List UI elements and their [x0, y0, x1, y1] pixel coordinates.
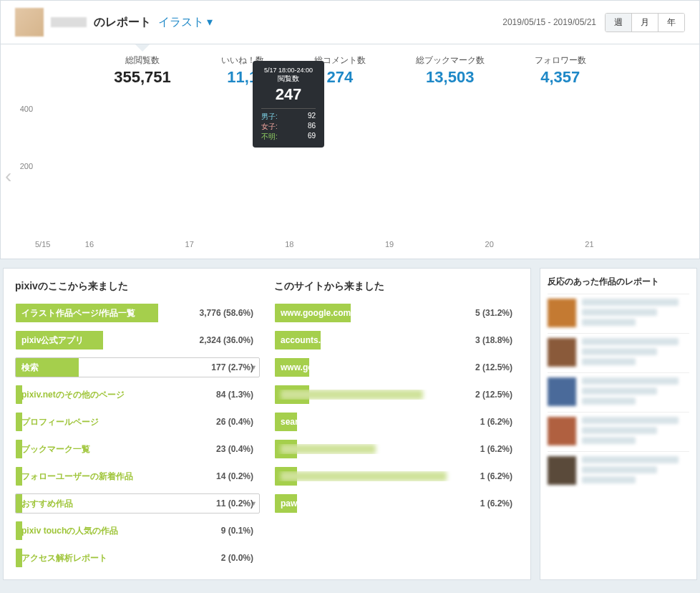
username-blur — [51, 17, 87, 27]
stat-bookmarks[interactable]: 総ブックマーク数 13,503 — [416, 54, 485, 87]
stat-value: 355,751 — [114, 68, 171, 87]
external-sources-title: このサイトから来ました — [274, 280, 519, 293]
source-row[interactable]: アクセス解析レポート2 (0.0%) — [15, 548, 260, 568]
stat-value: 4,357 — [535, 68, 586, 87]
work-thumb — [548, 417, 576, 445]
tooltip-female-val: 86 — [308, 122, 316, 132]
report-title: のレポート — [94, 15, 151, 30]
works-sidebar: 反応のあった作品のレポート — [540, 268, 697, 580]
source-row[interactable]: ブックマーク一覧23 (0.4%) — [15, 439, 260, 459]
work-item[interactable] — [548, 372, 689, 412]
tooltip-metric: 閲覧数 — [261, 74, 316, 84]
source-row[interactable]: www.google.co.jp2 (12.5%) — [274, 357, 519, 377]
external-sources-col: このサイトから来ました www.google.com5 (31.2%)accou… — [274, 280, 519, 568]
source-row[interactable]: 検索177 (2.7%)▼ — [15, 357, 260, 377]
source-row[interactable]: pixiv公式アプリ2,324 (36.0%) — [15, 330, 260, 350]
category-label: イラスト — [158, 16, 204, 28]
period-week[interactable]: 週 — [606, 14, 631, 32]
source-count: 11 (0.2%) — [216, 498, 253, 508]
x-tick: 5/15 — [35, 240, 85, 249]
top-bar: のレポート イラスト ▾ 2019/05/15 - 2019/05/21 週 月… — [1, 1, 699, 44]
work-thumb — [548, 456, 576, 485]
source-count: 1 (6.2%) — [480, 498, 512, 508]
top-right: 2019/05/15 - 2019/05/21 週 月 年 — [502, 13, 685, 32]
y-tick-400: 400 — [20, 105, 33, 113]
tooltip-unknown-val: 69 — [308, 132, 316, 142]
source-row[interactable]: 1 (6.2%) — [274, 439, 519, 459]
x-tick: 16 — [85, 240, 185, 249]
source-count: 5 (31.2%) — [475, 308, 512, 318]
work-item[interactable] — [548, 412, 689, 451]
source-count: 2,324 (36.0%) — [200, 335, 253, 345]
x-tick: 21 — [585, 240, 685, 249]
source-row[interactable]: www.google.com5 (31.2%) — [274, 303, 519, 323]
source-count: 2 (12.5%) — [475, 390, 512, 400]
period-tabs: 週 月 年 — [605, 13, 685, 32]
tooltip-time: 5/17 18:00-24:00 — [261, 67, 316, 74]
work-item[interactable] — [548, 333, 689, 372]
bottom-row: pixivのここから来ました イラスト作品ページ/作品一覧3,776 (58.6… — [0, 268, 700, 580]
source-count: 84 (1.3%) — [216, 390, 253, 400]
tooltip-male-val: 92 — [308, 112, 316, 122]
category-dropdown[interactable]: イラスト ▾ — [158, 15, 213, 30]
source-row[interactable]: pixiv.netのその他のページ84 (1.3%) — [15, 385, 260, 405]
y-tick-200: 200 — [20, 162, 33, 170]
source-row[interactable]: イラスト作品ページ/作品一覧3,776 (58.6%) — [15, 303, 260, 323]
source-row[interactable]: 1 (6.2%) — [274, 466, 519, 486]
source-count: 1 (6.2%) — [480, 417, 512, 427]
source-count: 177 (2.7%) — [211, 362, 253, 372]
y-axis: 400 200 — [11, 94, 33, 233]
source-row[interactable]: pawoo.net1 (6.2%) — [274, 493, 519, 514]
work-item[interactable] — [548, 294, 689, 333]
works-sidebar-title: 反応のあった作品のレポート — [548, 276, 689, 288]
stat-value: 13,503 — [416, 68, 485, 87]
traffic-panel: pixivのここから来ました イラスト作品ページ/作品一覧3,776 (58.6… — [3, 268, 531, 580]
work-thumb — [548, 338, 576, 367]
work-item[interactable] — [548, 451, 689, 491]
source-row[interactable]: search.yahoo.co.jp1 (6.2%) — [274, 412, 519, 432]
x-tick: 20 — [485, 240, 585, 249]
source-count: 14 (0.2%) — [216, 471, 253, 481]
source-row[interactable]: フォローユーザーの新着作品14 (0.2%) — [15, 466, 260, 486]
source-count: 3,776 (58.6%) — [200, 308, 253, 318]
stats-row: 総閲覧数 355,751 いいね！数 11,1 総コメント数 274 総ブックマ… — [1, 44, 699, 94]
stat-label: フォロワー数 — [535, 54, 586, 67]
source-count: 2 (12.5%) — [475, 362, 512, 372]
x-tick: 19 — [385, 240, 485, 249]
top-left: のレポート イラスト ▾ — [15, 8, 213, 37]
stat-label: 総閲覧数 — [114, 54, 171, 67]
stat-views[interactable]: 総閲覧数 355,751 — [114, 54, 171, 87]
source-row[interactable]: 2 (12.5%) — [274, 385, 519, 405]
prev-arrow-icon[interactable]: ‹ — [5, 165, 11, 188]
tooltip-value: 247 — [261, 85, 316, 104]
work-thumb — [548, 299, 576, 327]
source-row[interactable]: おすすめ作品11 (0.2%)▼ — [15, 493, 260, 514]
source-count: 1 (6.2%) — [480, 471, 512, 481]
source-count: 23 (0.4%) — [216, 444, 253, 454]
tooltip-unknown-label: 不明: — [261, 132, 278, 142]
report-card: のレポート イラスト ▾ 2019/05/15 - 2019/05/21 週 月… — [0, 0, 700, 259]
source-row[interactable]: pixiv touchの人気の作品9 (0.1%) — [15, 521, 260, 541]
x-tick: 18 — [285, 240, 385, 249]
source-count: 9 (0.1%) — [221, 526, 253, 536]
stat-followers[interactable]: フォロワー数 4,357 — [535, 54, 586, 87]
source-count: 2 (0.0%) — [221, 553, 253, 563]
tooltip-male-label: 男子: — [261, 112, 278, 122]
period-year[interactable]: 年 — [658, 14, 684, 32]
pixiv-sources-col: pixivのここから来ました イラスト作品ページ/作品一覧3,776 (58.6… — [15, 280, 260, 568]
chart: ‹ 400 200 5/15161718192021 — [1, 94, 699, 259]
chart-area[interactable] — [35, 97, 685, 233]
pixiv-sources-title: pixivのここから来ました — [15, 280, 260, 293]
chart-tooltip: 5/17 18:00-24:00 閲覧数 247 男子:92 女子:86 不明:… — [253, 61, 324, 148]
x-axis: 5/15161718192021 — [35, 240, 685, 249]
date-range: 2019/05/15 - 2019/05/21 — [502, 17, 596, 27]
source-count: 1 (6.2%) — [480, 444, 512, 454]
source-row[interactable]: accounts.pixiv.net3 (18.8%) — [274, 330, 519, 350]
avatar — [15, 8, 44, 37]
chevron-down-icon: ▾ — [207, 16, 213, 28]
x-tick: 17 — [185, 240, 286, 249]
source-count: 3 (18.8%) — [475, 335, 512, 345]
work-thumb — [548, 377, 576, 406]
period-month[interactable]: 月 — [631, 14, 658, 32]
source-row[interactable]: プロフィールページ26 (0.4%) — [15, 412, 260, 432]
